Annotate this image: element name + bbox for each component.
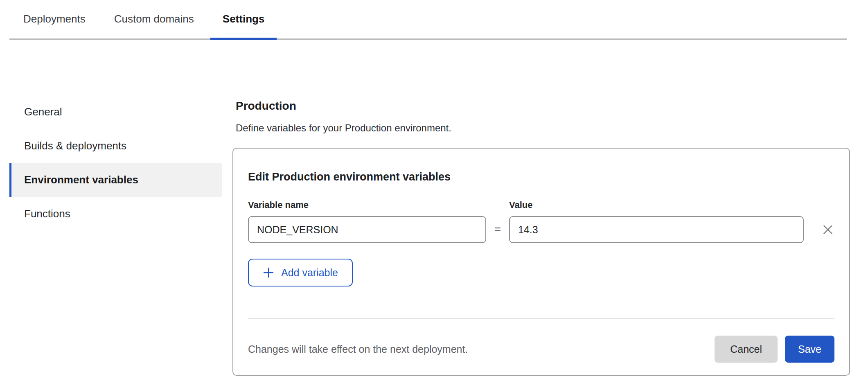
variable-name-group: Variable name [248, 200, 486, 243]
sidebar-item-functions[interactable]: Functions [9, 197, 222, 231]
add-variable-button[interactable]: Add variable [248, 259, 353, 286]
tab-bar: Deployments Custom domains Settings [9, 0, 847, 40]
environment-variables-card: Edit Production environment variables Va… [232, 148, 850, 376]
sidebar-item-general[interactable]: General [9, 95, 222, 129]
variable-name-input[interactable] [248, 216, 486, 243]
tab-deployments[interactable]: Deployments [11, 0, 98, 40]
variable-value-input[interactable] [509, 216, 804, 243]
cancel-button[interactable]: Cancel [715, 336, 778, 363]
sidebar-item-environment-variables[interactable]: Environment variables [9, 163, 222, 197]
sidebar-item-builds-deployments[interactable]: Builds & deployments [9, 129, 222, 163]
variable-value-label: Value [509, 200, 804, 210]
plus-icon [263, 267, 274, 278]
card-title: Edit Production environment variables [248, 171, 834, 183]
settings-layout: General Builds & deployments Environment… [0, 95, 868, 376]
card-divider [248, 318, 834, 319]
footer-note: Changes will take effect on the next dep… [248, 343, 468, 355]
footer-actions: Cancel Save [715, 336, 834, 363]
section-description: Define variables for your Production env… [236, 122, 850, 134]
variable-row: Variable name = Value [248, 200, 834, 243]
add-variable-label: Add variable [281, 267, 338, 279]
card-footer: Changes will take effect on the next dep… [248, 336, 834, 363]
remove-variable-button[interactable] [821, 216, 834, 243]
variable-value-group: Value [509, 200, 804, 243]
x-icon [821, 223, 834, 236]
tab-custom-domains[interactable]: Custom domains [102, 0, 206, 40]
equals-sign: = [486, 216, 509, 243]
settings-sidebar: General Builds & deployments Environment… [9, 95, 222, 231]
section-title: Production [236, 99, 850, 113]
tab-settings[interactable]: Settings [210, 0, 277, 40]
save-button[interactable]: Save [785, 336, 834, 363]
main-content: Production Define variables for your Pro… [232, 95, 850, 376]
variable-name-label: Variable name [248, 200, 486, 210]
